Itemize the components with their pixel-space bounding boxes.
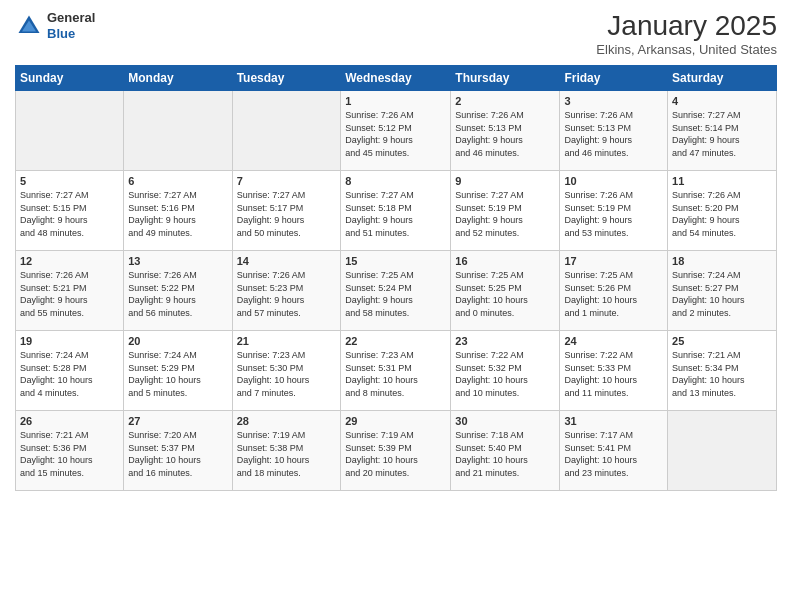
day-cell: 13Sunrise: 7:26 AM Sunset: 5:22 PM Dayli… — [124, 251, 232, 331]
week-row-5: 26Sunrise: 7:21 AM Sunset: 5:36 PM Dayli… — [16, 411, 777, 491]
day-number: 14 — [237, 255, 337, 267]
day-info: Sunrise: 7:27 AM Sunset: 5:17 PM Dayligh… — [237, 189, 337, 239]
day-number: 29 — [345, 415, 446, 427]
day-info: Sunrise: 7:26 AM Sunset: 5:13 PM Dayligh… — [564, 109, 663, 159]
day-info: Sunrise: 7:23 AM Sunset: 5:30 PM Dayligh… — [237, 349, 337, 399]
day-cell: 12Sunrise: 7:26 AM Sunset: 5:21 PM Dayli… — [16, 251, 124, 331]
day-header-thursday: Thursday — [451, 66, 560, 91]
day-info: Sunrise: 7:21 AM Sunset: 5:36 PM Dayligh… — [20, 429, 119, 479]
logo: General Blue — [15, 10, 95, 41]
logo-text: General Blue — [47, 10, 95, 41]
day-info: Sunrise: 7:19 AM Sunset: 5:39 PM Dayligh… — [345, 429, 446, 479]
day-info: Sunrise: 7:18 AM Sunset: 5:40 PM Dayligh… — [455, 429, 555, 479]
day-cell: 20Sunrise: 7:24 AM Sunset: 5:29 PM Dayli… — [124, 331, 232, 411]
day-number: 27 — [128, 415, 227, 427]
day-cell: 5Sunrise: 7:27 AM Sunset: 5:15 PM Daylig… — [16, 171, 124, 251]
day-cell: 23Sunrise: 7:22 AM Sunset: 5:32 PM Dayli… — [451, 331, 560, 411]
day-number: 8 — [345, 175, 446, 187]
day-number: 18 — [672, 255, 772, 267]
day-cell: 22Sunrise: 7:23 AM Sunset: 5:31 PM Dayli… — [341, 331, 451, 411]
day-info: Sunrise: 7:26 AM Sunset: 5:21 PM Dayligh… — [20, 269, 119, 319]
day-info: Sunrise: 7:21 AM Sunset: 5:34 PM Dayligh… — [672, 349, 772, 399]
day-number: 30 — [455, 415, 555, 427]
month-title: January 2025 — [596, 10, 777, 42]
day-number: 17 — [564, 255, 663, 267]
day-cell: 4Sunrise: 7:27 AM Sunset: 5:14 PM Daylig… — [668, 91, 777, 171]
day-cell: 18Sunrise: 7:24 AM Sunset: 5:27 PM Dayli… — [668, 251, 777, 331]
day-cell: 11Sunrise: 7:26 AM Sunset: 5:20 PM Dayli… — [668, 171, 777, 251]
week-row-2: 5Sunrise: 7:27 AM Sunset: 5:15 PM Daylig… — [16, 171, 777, 251]
day-header-friday: Friday — [560, 66, 668, 91]
day-number: 22 — [345, 335, 446, 347]
day-number: 1 — [345, 95, 446, 107]
day-header-tuesday: Tuesday — [232, 66, 341, 91]
day-info: Sunrise: 7:27 AM Sunset: 5:18 PM Dayligh… — [345, 189, 446, 239]
day-number: 25 — [672, 335, 772, 347]
day-cell: 7Sunrise: 7:27 AM Sunset: 5:17 PM Daylig… — [232, 171, 341, 251]
day-number: 13 — [128, 255, 227, 267]
day-cell: 9Sunrise: 7:27 AM Sunset: 5:19 PM Daylig… — [451, 171, 560, 251]
day-cell: 26Sunrise: 7:21 AM Sunset: 5:36 PM Dayli… — [16, 411, 124, 491]
day-number: 3 — [564, 95, 663, 107]
title-block: January 2025 Elkins, Arkansas, United St… — [596, 10, 777, 57]
logo-blue: Blue — [47, 26, 75, 41]
calendar-header: SundayMondayTuesdayWednesdayThursdayFrid… — [16, 66, 777, 91]
week-row-1: 1Sunrise: 7:26 AM Sunset: 5:12 PM Daylig… — [16, 91, 777, 171]
day-info: Sunrise: 7:26 AM Sunset: 5:22 PM Dayligh… — [128, 269, 227, 319]
day-cell: 14Sunrise: 7:26 AM Sunset: 5:23 PM Dayli… — [232, 251, 341, 331]
day-number: 10 — [564, 175, 663, 187]
day-cell: 2Sunrise: 7:26 AM Sunset: 5:13 PM Daylig… — [451, 91, 560, 171]
day-number: 20 — [128, 335, 227, 347]
day-number: 12 — [20, 255, 119, 267]
header-row: SundayMondayTuesdayWednesdayThursdayFrid… — [16, 66, 777, 91]
day-header-saturday: Saturday — [668, 66, 777, 91]
day-info: Sunrise: 7:25 AM Sunset: 5:26 PM Dayligh… — [564, 269, 663, 319]
day-cell — [16, 91, 124, 171]
day-info: Sunrise: 7:27 AM Sunset: 5:14 PM Dayligh… — [672, 109, 772, 159]
day-info: Sunrise: 7:22 AM Sunset: 5:33 PM Dayligh… — [564, 349, 663, 399]
page: General Blue January 2025 Elkins, Arkans… — [0, 0, 792, 612]
day-info: Sunrise: 7:22 AM Sunset: 5:32 PM Dayligh… — [455, 349, 555, 399]
day-number: 26 — [20, 415, 119, 427]
day-info: Sunrise: 7:23 AM Sunset: 5:31 PM Dayligh… — [345, 349, 446, 399]
location: Elkins, Arkansas, United States — [596, 42, 777, 57]
header: General Blue January 2025 Elkins, Arkans… — [15, 10, 777, 57]
day-cell: 19Sunrise: 7:24 AM Sunset: 5:28 PM Dayli… — [16, 331, 124, 411]
day-cell: 29Sunrise: 7:19 AM Sunset: 5:39 PM Dayli… — [341, 411, 451, 491]
day-info: Sunrise: 7:27 AM Sunset: 5:15 PM Dayligh… — [20, 189, 119, 239]
day-number: 6 — [128, 175, 227, 187]
day-cell: 31Sunrise: 7:17 AM Sunset: 5:41 PM Dayli… — [560, 411, 668, 491]
day-info: Sunrise: 7:20 AM Sunset: 5:37 PM Dayligh… — [128, 429, 227, 479]
calendar-body: 1Sunrise: 7:26 AM Sunset: 5:12 PM Daylig… — [16, 91, 777, 491]
day-cell: 30Sunrise: 7:18 AM Sunset: 5:40 PM Dayli… — [451, 411, 560, 491]
day-header-monday: Monday — [124, 66, 232, 91]
day-info: Sunrise: 7:25 AM Sunset: 5:24 PM Dayligh… — [345, 269, 446, 319]
day-number: 15 — [345, 255, 446, 267]
day-cell: 1Sunrise: 7:26 AM Sunset: 5:12 PM Daylig… — [341, 91, 451, 171]
day-cell: 24Sunrise: 7:22 AM Sunset: 5:33 PM Dayli… — [560, 331, 668, 411]
day-number: 23 — [455, 335, 555, 347]
week-row-4: 19Sunrise: 7:24 AM Sunset: 5:28 PM Dayli… — [16, 331, 777, 411]
day-number: 4 — [672, 95, 772, 107]
day-info: Sunrise: 7:26 AM Sunset: 5:19 PM Dayligh… — [564, 189, 663, 239]
day-number: 21 — [237, 335, 337, 347]
day-cell — [232, 91, 341, 171]
day-cell: 25Sunrise: 7:21 AM Sunset: 5:34 PM Dayli… — [668, 331, 777, 411]
day-number: 28 — [237, 415, 337, 427]
calendar: SundayMondayTuesdayWednesdayThursdayFrid… — [15, 65, 777, 491]
day-info: Sunrise: 7:27 AM Sunset: 5:16 PM Dayligh… — [128, 189, 227, 239]
day-number: 11 — [672, 175, 772, 187]
day-number: 7 — [237, 175, 337, 187]
day-header-sunday: Sunday — [16, 66, 124, 91]
day-cell: 17Sunrise: 7:25 AM Sunset: 5:26 PM Dayli… — [560, 251, 668, 331]
day-number: 16 — [455, 255, 555, 267]
day-cell: 6Sunrise: 7:27 AM Sunset: 5:16 PM Daylig… — [124, 171, 232, 251]
day-cell: 27Sunrise: 7:20 AM Sunset: 5:37 PM Dayli… — [124, 411, 232, 491]
day-info: Sunrise: 7:26 AM Sunset: 5:23 PM Dayligh… — [237, 269, 337, 319]
day-info: Sunrise: 7:24 AM Sunset: 5:27 PM Dayligh… — [672, 269, 772, 319]
day-info: Sunrise: 7:17 AM Sunset: 5:41 PM Dayligh… — [564, 429, 663, 479]
logo-general: General — [47, 10, 95, 25]
day-number: 9 — [455, 175, 555, 187]
day-cell: 21Sunrise: 7:23 AM Sunset: 5:30 PM Dayli… — [232, 331, 341, 411]
day-info: Sunrise: 7:19 AM Sunset: 5:38 PM Dayligh… — [237, 429, 337, 479]
